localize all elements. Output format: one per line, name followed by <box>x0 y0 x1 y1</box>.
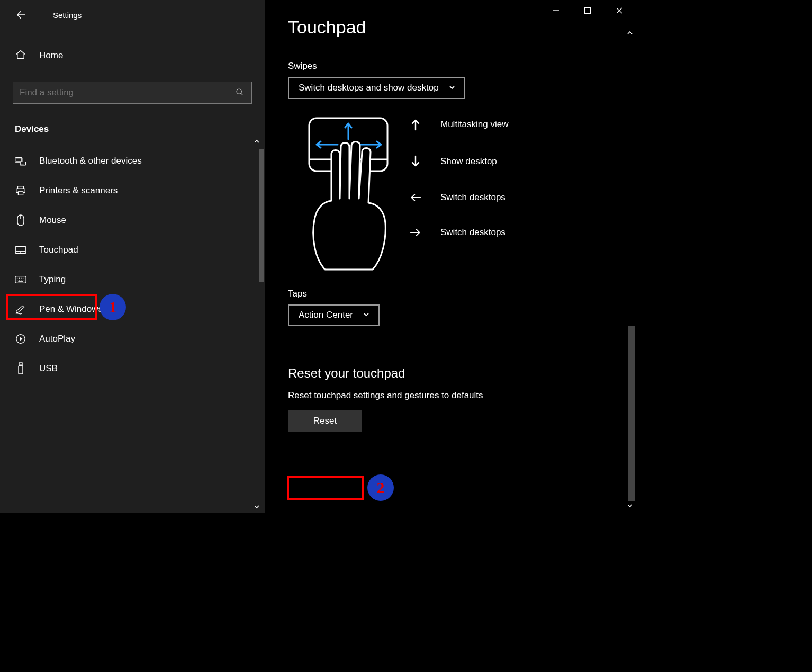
swipes-dropdown[interactable]: Switch desktops and show desktop <box>288 77 465 99</box>
gesture-label: Switch desktops <box>440 192 506 203</box>
arrow-up-icon <box>410 118 421 131</box>
autoplay-icon <box>15 333 26 345</box>
gesture-list: Multitasking view Show desktop Switch de… <box>410 115 509 238</box>
sidebar-home[interactable]: Home <box>0 30 265 82</box>
sidebar-item-label: Printers & scanners <box>39 185 118 196</box>
svg-rect-7 <box>18 186 24 189</box>
window-title: Settings <box>53 11 82 20</box>
sidebar-item-label: USB <box>39 363 58 374</box>
sidebar-item-touchpad[interactable]: Touchpad <box>0 235 265 265</box>
svg-point-6 <box>23 164 24 164</box>
swipes-selected: Switch desktops and show desktop <box>299 83 439 93</box>
svg-point-23 <box>23 280 23 280</box>
sidebar-section-header: Devices <box>0 114 265 146</box>
gesture-label: Show desktop <box>440 156 497 167</box>
sidebar-item-pen[interactable]: Pen & Windows Ink <box>0 294 265 324</box>
svg-rect-27 <box>19 366 23 374</box>
arrow-left-icon <box>410 192 421 203</box>
sidebar-item-label: AutoPlay <box>39 334 75 344</box>
sidebar-item-label: Pen & Windows Ink <box>39 304 117 315</box>
sidebar-scroll-down[interactable] <box>252 502 261 512</box>
home-label: Home <box>39 50 63 61</box>
touchpad-icon <box>15 245 26 255</box>
gesture-up: Multitasking view <box>410 118 509 131</box>
svg-point-18 <box>21 278 21 279</box>
keyboard-icon <box>15 275 26 284</box>
sidebar: Settings Home Devices <box>0 0 265 513</box>
sidebar-item-bluetooth[interactable]: Bluetooth & other devices <box>0 146 265 176</box>
svg-point-0 <box>237 89 241 94</box>
mouse-icon <box>15 214 26 227</box>
usb-icon <box>15 362 26 375</box>
svg-point-21 <box>19 280 20 280</box>
taps-label: Taps <box>288 289 635 299</box>
svg-rect-9 <box>18 192 23 195</box>
arrow-left-icon <box>15 9 27 21</box>
settings-window: Settings Home Devices <box>0 0 635 513</box>
svg-point-5 <box>22 164 23 164</box>
svg-point-4 <box>21 164 22 164</box>
page-title: Touchpad <box>288 17 635 38</box>
content-area: Touchpad Swipes Switch desktops and show… <box>265 0 635 513</box>
sidebar-item-label: Typing <box>39 274 66 285</box>
svg-rect-24 <box>18 281 23 282</box>
svg-point-20 <box>17 280 17 280</box>
printer-icon <box>15 185 26 196</box>
sidebar-item-mouse[interactable]: Mouse <box>0 205 265 235</box>
gesture-label: Multitasking view <box>440 119 509 130</box>
taps-dropdown[interactable]: Action Center <box>288 304 380 326</box>
sidebar-scroll-up[interactable] <box>252 137 261 146</box>
sidebar-item-typing[interactable]: Typing <box>0 265 265 294</box>
main-panel: Touchpad Swipes Switch desktops and show… <box>265 0 635 513</box>
gesture-right: Switch desktops <box>410 227 509 238</box>
search-input[interactable] <box>20 87 236 98</box>
sidebar-item-printers[interactable]: Printers & scanners <box>0 176 265 205</box>
svg-rect-26 <box>19 363 22 366</box>
svg-point-22 <box>21 280 21 280</box>
chevron-down-icon <box>363 311 370 320</box>
gesture-diagram-row: Multitasking view Show desktop Switch de… <box>288 115 635 276</box>
chevron-down-icon <box>448 84 456 93</box>
arrow-right-icon <box>410 227 421 238</box>
svg-point-17 <box>19 278 20 279</box>
gesture-left: Switch desktops <box>410 192 509 203</box>
search-input-wrap[interactable] <box>13 82 252 104</box>
home-icon <box>15 49 26 62</box>
back-button[interactable] <box>15 8 28 21</box>
svg-point-16 <box>17 278 17 279</box>
arrow-down-icon <box>410 155 421 168</box>
bluetooth-icon <box>15 156 26 166</box>
search-icon <box>236 88 245 97</box>
gesture-down: Show desktop <box>410 155 509 168</box>
svg-rect-3 <box>20 162 25 165</box>
gesture-label: Switch desktops <box>440 227 506 238</box>
sidebar-item-autoplay[interactable]: AutoPlay <box>0 324 265 354</box>
sidebar-item-usb[interactable]: USB <box>0 354 265 383</box>
taps-selected: Action Center <box>299 310 353 320</box>
sidebar-item-label: Touchpad <box>39 245 78 255</box>
svg-rect-2 <box>16 158 21 162</box>
swipes-label: Swipes <box>288 61 635 71</box>
sidebar-nav: Bluetooth & other devices Printers & sca… <box>0 146 265 513</box>
touchpad-gesture-diagram <box>288 115 378 276</box>
reset-heading: Reset your touchpad <box>288 366 635 381</box>
svg-point-19 <box>23 278 23 279</box>
sidebar-item-label: Bluetooth & other devices <box>39 156 142 166</box>
sidebar-item-label: Mouse <box>39 215 66 226</box>
reset-description: Reset touchpad settings and gestures to … <box>288 390 635 401</box>
reset-button[interactable]: Reset <box>288 410 362 432</box>
titlebar-left: Settings <box>0 0 265 30</box>
pen-icon <box>15 304 26 315</box>
